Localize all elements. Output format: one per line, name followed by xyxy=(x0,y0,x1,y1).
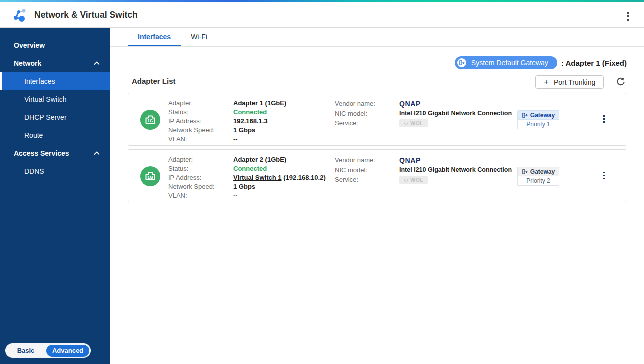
wol-service-badge: WOL xyxy=(399,176,428,184)
priority-badge: Priority 2 xyxy=(517,176,559,186)
sidebar-item-label: Network xyxy=(14,60,41,68)
wol-label: WOL xyxy=(410,120,423,126)
label-nic: NIC model: xyxy=(335,166,375,175)
label-nic: NIC model: xyxy=(335,109,375,118)
adapter-ip: Virtual Switch 1 (192.168.10.2) xyxy=(233,174,326,182)
gateway-door-icon xyxy=(522,113,528,118)
adapter-name: Adapter 1 (1GbE) xyxy=(233,99,286,108)
virtual-switch-link[interactable]: Virtual Switch 1 xyxy=(233,174,282,182)
label-vlan: VLAN: xyxy=(168,192,215,200)
label-vlan: VLAN: xyxy=(168,135,215,144)
gateway-door-icon xyxy=(522,170,528,174)
nic-model-value: Intel I210 Gigabit Network Connection xyxy=(399,166,519,175)
sidebar-item-route[interactable]: Route xyxy=(0,126,110,144)
sidebar-item-label: Overview xyxy=(14,42,45,50)
label-ip: IP Address: xyxy=(168,117,215,126)
sidebar-item-interfaces[interactable]: Interfaces xyxy=(0,72,110,90)
power-icon xyxy=(404,178,408,182)
label-ip: IP Address: xyxy=(168,174,215,182)
adapter-vlan: -- xyxy=(233,192,326,200)
header-more-menu-icon[interactable] xyxy=(627,12,629,21)
chevron-up-icon xyxy=(94,62,100,66)
nic-model-value: Intel I210 Gigabit Network Connection xyxy=(399,109,519,118)
label-vendor: Vendor name: xyxy=(335,156,375,166)
adapter-card-2: 1G Adapter: Status: IP Address: Network … xyxy=(128,150,626,202)
adapter-list-title: Adapter List xyxy=(132,77,176,86)
gateway-badge-label: Gateway xyxy=(530,112,555,119)
adapter-field-values: Adapter 2 (1GbE) Connected Virtual Switc… xyxy=(233,156,326,200)
sidebar-item-access-services[interactable]: Access Services xyxy=(0,144,110,162)
toggle-basic[interactable]: Basic xyxy=(5,347,46,354)
adapter-ip: 192.168.1.3 xyxy=(233,117,286,126)
basic-advanced-toggle[interactable]: Basic Advanced xyxy=(5,344,91,358)
label-service: Service: xyxy=(335,118,375,128)
qnap-vendor-logo: QNAP xyxy=(399,99,519,109)
label-status: Status: xyxy=(168,164,215,174)
default-gateway-value: : Adapter 1 (Fixed) xyxy=(561,59,627,68)
network-virtual-switch-window: Network & Virtual Switch Overview Networ… xyxy=(0,0,644,364)
gateway-door-icon xyxy=(457,58,466,68)
qnap-vendor-logo: QNAP xyxy=(399,156,519,166)
ethernet-port-icon: 1G xyxy=(140,166,160,186)
refresh-icon[interactable] xyxy=(616,78,625,86)
adapter-status: Connected xyxy=(233,108,286,117)
adapter-speed: 1 Gbps xyxy=(233,182,326,192)
gateway-badge: Gateway xyxy=(517,167,559,176)
sidebar: Overview Network Interfaces Virtual Swit… xyxy=(0,28,110,364)
sidebar-item-label: DHCP Server xyxy=(24,114,67,122)
sidebar-item-network[interactable]: Network xyxy=(0,54,110,72)
label-adapter: Adapter: xyxy=(168,156,215,164)
gateway-priority-badges: Gateway Priority 1 xyxy=(517,110,559,130)
tab-interfaces[interactable]: Interfaces xyxy=(128,28,181,46)
sidebar-item-label: Interfaces xyxy=(24,78,55,86)
ethernet-port-icon: 1G xyxy=(140,110,160,130)
sidebar-item-virtual-switch[interactable]: Virtual Switch xyxy=(0,90,110,108)
nic-field-labels: Vendor name: NIC model: Service: xyxy=(335,99,375,128)
label-vendor: Vendor name: xyxy=(335,99,375,109)
svg-text:1G: 1G xyxy=(147,175,153,180)
sidebar-item-label: DDNS xyxy=(24,168,44,176)
label-speed: Network Speed: xyxy=(168,126,215,135)
port-trunking-label: Port Trunking xyxy=(554,78,595,86)
adapter-status: Connected xyxy=(233,164,326,174)
adapter-speed: 1 Gbps xyxy=(233,126,286,135)
label-status: Status: xyxy=(168,108,215,117)
label-speed: Network Speed: xyxy=(168,182,215,192)
adapter-vlan: -- xyxy=(233,135,286,144)
tab-wifi[interactable]: Wi-Fi xyxy=(181,28,217,46)
wol-service-badge: WOL xyxy=(399,120,428,128)
adapter-more-menu-icon[interactable] xyxy=(603,116,605,123)
gateway-button-label: System Default Gateway xyxy=(471,59,548,67)
ip-suffix: (192.168.10.2) xyxy=(282,174,326,182)
sidebar-item-overview[interactable]: Overview xyxy=(0,36,110,54)
label-service: Service: xyxy=(335,175,375,184)
gateway-priority-badges: Gateway Priority 2 xyxy=(517,167,559,186)
chevron-up-icon xyxy=(94,152,100,156)
svg-text:1G: 1G xyxy=(147,118,153,124)
adapter-name: Adapter 2 (1GbE) xyxy=(233,156,326,164)
label-adapter: Adapter: xyxy=(168,99,215,108)
nic-field-values: QNAP Intel I210 Gigabit Network Connecti… xyxy=(399,99,519,128)
tab-bar: Interfaces Wi-Fi xyxy=(110,28,644,47)
wol-label: WOL xyxy=(410,177,423,183)
nic-field-labels: Vendor name: NIC model: Service: xyxy=(335,156,375,184)
toggle-advanced[interactable]: Advanced xyxy=(46,345,89,357)
system-default-gateway-row: System Default Gateway : Adapter 1 (Fixe… xyxy=(455,56,627,70)
system-default-gateway-button[interactable]: System Default Gateway xyxy=(455,56,557,70)
adapter-field-labels: Adapter: Status: IP Address: Network Spe… xyxy=(168,156,215,200)
adapter-more-menu-icon[interactable] xyxy=(603,172,605,180)
gateway-badge-label: Gateway xyxy=(530,168,555,176)
page-title: Network & Virtual Switch xyxy=(34,2,138,28)
adapter-field-values: Adapter 1 (1GbE) Connected 192.168.1.3 1… xyxy=(233,99,286,144)
main-content: Interfaces Wi-Fi System Default Gateway … xyxy=(110,28,644,364)
sidebar-item-ddns[interactable]: DDNS xyxy=(0,162,110,180)
gateway-badge: Gateway xyxy=(517,110,559,120)
tab-label: Wi-Fi xyxy=(191,33,207,41)
sidebar-item-label: Route xyxy=(24,132,43,140)
nic-field-values: QNAP Intel I210 Gigabit Network Connecti… xyxy=(399,156,519,184)
port-trunking-button[interactable]: + Port Trunking xyxy=(535,76,604,89)
sidebar-item-dhcp-server[interactable]: DHCP Server xyxy=(0,108,110,126)
sidebar-item-label: Virtual Switch xyxy=(24,96,67,104)
app-header: Network & Virtual Switch xyxy=(0,2,644,28)
priority-badge: Priority 1 xyxy=(517,120,559,130)
